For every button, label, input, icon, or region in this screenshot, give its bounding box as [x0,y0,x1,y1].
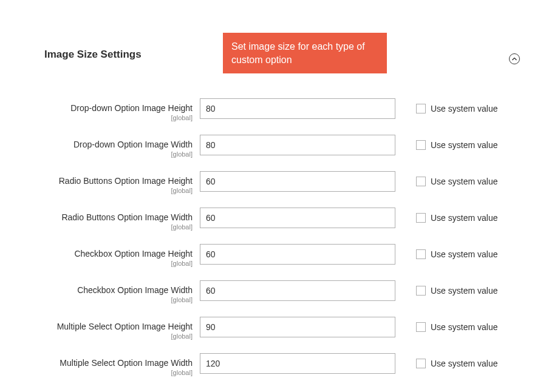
field-input[interactable] [200,317,395,337]
field-label-col: Radio Buttons Option Image Width[global] [0,208,200,231]
use-system-checkbox[interactable] [416,104,426,113]
field-scope: [global] [0,333,193,340]
field-input-col [200,317,395,337]
use-system-col: Use system value [395,280,497,301]
use-system-col: Use system value [395,98,497,119]
use-system-col: Use system value [395,244,497,265]
use-system-checkbox[interactable] [416,249,426,259]
field-label-col: Multiple Select Option Image Width[globa… [0,353,200,376]
field-label: Radio Buttons Option Image Height [59,176,193,186]
use-system-label[interactable]: Use system value [431,286,497,296]
info-banner: Set image size for each type of custom o… [223,33,387,73]
field-scope: [global] [0,187,193,194]
field-input-col [200,171,395,192]
field-label-col: Checkbox Option Image Height[global] [0,244,200,267]
field-input-col [200,244,395,265]
field-input[interactable] [200,353,395,374]
use-system-col: Use system value [395,208,497,228]
use-system-checkbox[interactable] [416,140,426,150]
field-input-col [200,135,395,155]
field-row: Multiple Select Option Image Width[globa… [0,353,546,376]
field-row: Drop-down Option Image Height[global]Use… [0,98,546,121]
use-system-checkbox[interactable] [416,177,426,186]
field-input[interactable] [200,244,395,265]
field-scope: [global] [0,260,193,267]
use-system-label[interactable]: Use system value [431,359,497,368]
field-label: Drop-down Option Image Height [70,103,193,113]
field-scope: [global] [0,369,193,376]
use-system-label[interactable]: Use system value [431,322,497,332]
use-system-label[interactable]: Use system value [431,213,497,223]
field-label: Checkbox Option Image Width [77,285,193,295]
section-title: Image Size Settings [44,49,142,61]
field-row: Checkbox Option Image Height[global]Use … [0,244,546,267]
field-label-col: Drop-down Option Image Height[global] [0,98,200,121]
use-system-col: Use system value [395,317,497,337]
field-row: Radio Buttons Option Image Height[global… [0,171,546,194]
field-input-col [200,98,395,119]
field-label-col: Checkbox Option Image Width[global] [0,280,200,303]
use-system-checkbox[interactable] [416,213,426,223]
use-system-label[interactable]: Use system value [431,140,497,150]
use-system-col: Use system value [395,353,497,374]
field-input[interactable] [200,280,395,301]
use-system-col: Use system value [395,135,497,155]
field-scope: [global] [0,150,193,158]
field-label: Checkbox Option Image Height [74,249,193,259]
use-system-checkbox[interactable] [416,359,426,368]
collapse-toggle[interactable] [509,53,520,64]
fields-container: Drop-down Option Image Height[global]Use… [0,98,546,376]
field-row: Checkbox Option Image Width[global]Use s… [0,280,546,303]
field-input-col [200,208,395,228]
field-input[interactable] [200,135,395,155]
field-label: Multiple Select Option Image Width [60,358,193,368]
field-label: Drop-down Option Image Width [73,140,193,149]
use-system-checkbox[interactable] [416,322,426,332]
field-scope: [global] [0,296,193,303]
field-scope: [global] [0,223,193,231]
field-scope: [global] [0,114,193,121]
field-label: Radio Buttons Option Image Width [61,212,193,222]
use-system-label[interactable]: Use system value [431,177,497,186]
field-input[interactable] [200,208,395,228]
field-label: Multiple Select Option Image Height [57,322,193,331]
field-label-col: Multiple Select Option Image Height[glob… [0,317,200,340]
field-input-col [200,353,395,374]
field-row: Multiple Select Option Image Height[glob… [0,317,546,340]
field-label-col: Radio Buttons Option Image Height[global… [0,171,200,194]
field-row: Radio Buttons Option Image Width[global]… [0,208,546,231]
chevron-up-icon [512,58,517,61]
use-system-col: Use system value [395,171,497,192]
use-system-label[interactable]: Use system value [431,104,497,113]
field-row: Drop-down Option Image Width[global]Use … [0,135,546,158]
field-input-col [200,280,395,301]
field-input[interactable] [200,171,395,192]
field-label-col: Drop-down Option Image Width[global] [0,135,200,158]
use-system-checkbox[interactable] [416,286,426,296]
field-input[interactable] [200,98,395,119]
use-system-label[interactable]: Use system value [431,249,497,259]
